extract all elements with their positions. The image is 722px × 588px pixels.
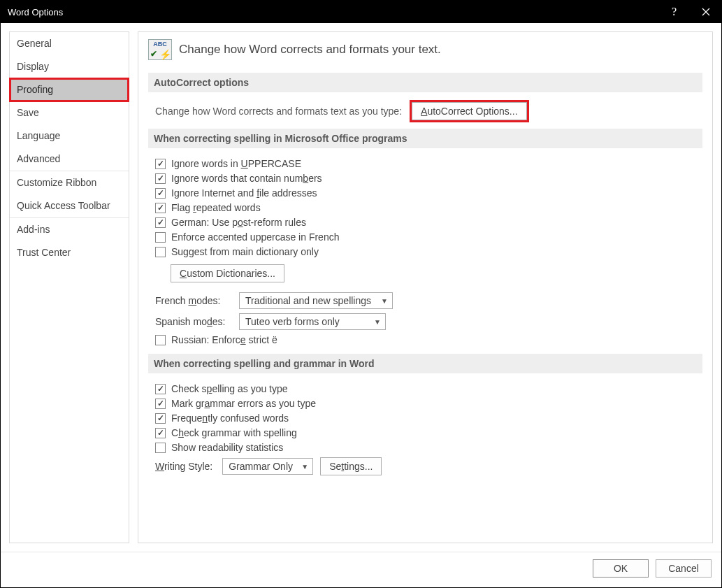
french-modes-label: French modes: bbox=[155, 295, 232, 306]
chevron-down-icon: ▼ bbox=[374, 318, 381, 326]
suggest-main-dict-label: Suggest from main dictionary only bbox=[171, 246, 319, 257]
proofing-icon: ABC ✔ ⚡ bbox=[148, 39, 172, 60]
page-heading: Change how Word corrects and formats you… bbox=[179, 43, 441, 57]
autocorrect-desc: Change how Word corrects and formats tex… bbox=[155, 106, 402, 117]
check-grammar-with-spelling-checkbox[interactable] bbox=[155, 428, 166, 438]
german-post-reform-checkbox[interactable] bbox=[155, 217, 166, 228]
sidebar-item-language[interactable]: Language bbox=[10, 124, 129, 148]
frequently-confused-checkbox[interactable] bbox=[155, 413, 166, 424]
cancel-button[interactable]: Cancel bbox=[656, 559, 712, 578]
sidebar-item-trust-center[interactable]: Trust Center bbox=[10, 241, 129, 264]
suggest-main-dict-checkbox[interactable] bbox=[155, 247, 166, 257]
spanish-modes-select[interactable]: Tuteo verb forms only ▼ bbox=[239, 313, 386, 330]
sidebar-item-proofing[interactable]: Proofing bbox=[10, 78, 129, 101]
ok-button[interactable]: OK bbox=[593, 559, 649, 578]
ignore-uppercase-checkbox[interactable] bbox=[155, 159, 166, 169]
writing-style-label: Writing Style: bbox=[155, 461, 212, 472]
close-icon bbox=[702, 8, 710, 16]
dialog-footer: OK Cancel bbox=[1, 552, 721, 587]
section-autocorrect-options: AutoCorrect options bbox=[148, 73, 702, 92]
russian-strict-yo-label: Russian: Enforce strict ё bbox=[171, 334, 277, 345]
flag-repeated-label: Flag repeated words bbox=[171, 202, 261, 213]
options-content[interactable]: ABC ✔ ⚡ Change how Word corrects and for… bbox=[138, 32, 712, 543]
sidebar-item-display[interactable]: Display bbox=[10, 55, 129, 78]
french-modes-select[interactable]: Traditional and new spellings ▼ bbox=[239, 292, 393, 309]
custom-dictionaries-button[interactable]: Custom Dictionaries... bbox=[171, 264, 284, 282]
frequently-confused-label: Frequently confused words bbox=[171, 413, 289, 424]
show-readability-stats-checkbox[interactable] bbox=[155, 443, 166, 453]
russian-strict-yo-checkbox[interactable] bbox=[155, 335, 166, 345]
french-accented-uppercase-label: Enforce accented uppercase in French bbox=[171, 231, 339, 243]
window-title: Word Options bbox=[8, 7, 63, 17]
french-accented-uppercase-checkbox[interactable] bbox=[155, 232, 166, 243]
ignore-numbers-checkbox[interactable] bbox=[155, 173, 166, 184]
sidebar-item-add-ins[interactable]: Add-ins bbox=[10, 218, 129, 241]
close-button[interactable] bbox=[690, 1, 721, 23]
flag-repeated-checkbox[interactable] bbox=[155, 203, 166, 213]
section-spelling-office: When correcting spelling in Microsoft Of… bbox=[148, 129, 702, 148]
titlebar: Word Options ? bbox=[1, 1, 721, 23]
check-spelling-as-type-label: Check spelling as you type bbox=[171, 383, 288, 394]
chevron-down-icon: ▼ bbox=[381, 297, 388, 305]
spanish-modes-label: Spanish modes: bbox=[155, 316, 232, 327]
sidebar-item-advanced[interactable]: Advanced bbox=[10, 148, 129, 171]
chevron-down-icon: ▼ bbox=[301, 463, 308, 471]
sidebar-item-customize-ribbon[interactable]: Customize Ribbon bbox=[10, 171, 129, 194]
ignore-numbers-label: Ignore words that contain numbers bbox=[171, 173, 322, 184]
help-button[interactable]: ? bbox=[658, 1, 690, 23]
word-options-dialog: Word Options ? General Display Proofing … bbox=[0, 0, 722, 588]
sidebar-item-save[interactable]: Save bbox=[10, 101, 129, 124]
show-readability-stats-label: Show readability statistics bbox=[171, 442, 283, 453]
check-grammar-with-spelling-label: Check grammar with spelling bbox=[171, 427, 297, 438]
ignore-internet-file-checkbox[interactable] bbox=[155, 188, 166, 199]
check-spelling-as-type-checkbox[interactable] bbox=[155, 384, 166, 394]
mark-grammar-as-type-checkbox[interactable] bbox=[155, 399, 166, 409]
sidebar-item-general[interactable]: General bbox=[10, 32, 129, 55]
autocorrect-options-button[interactable]: AutoCorrect Options... bbox=[412, 102, 527, 120]
ignore-uppercase-label: Ignore words in UPPERCASE bbox=[171, 158, 301, 169]
writing-style-select[interactable]: Grammar Only ▼ bbox=[222, 458, 313, 475]
section-spelling-word: When correcting spelling and grammar in … bbox=[148, 354, 702, 373]
category-sidebar: General Display Proofing Save Language A… bbox=[9, 31, 129, 543]
sidebar-item-quick-access-toolbar[interactable]: Quick Access Toolbar bbox=[10, 194, 129, 217]
german-post-reform-label: German: Use post-reform rules bbox=[171, 217, 306, 228]
ignore-internet-file-label: Ignore Internet and file addresses bbox=[171, 187, 317, 199]
grammar-settings-button[interactable]: Settings... bbox=[320, 457, 382, 475]
mark-grammar-as-type-label: Mark grammar errors as you type bbox=[171, 398, 316, 409]
